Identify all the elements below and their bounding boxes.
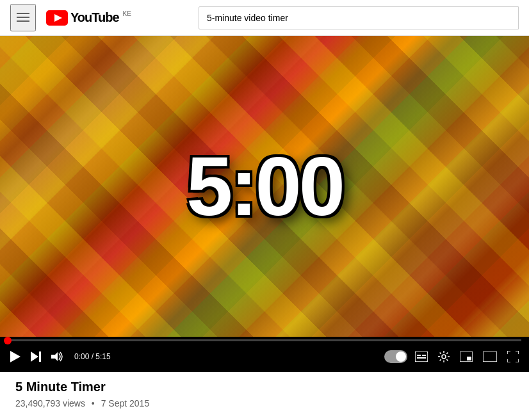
country-badge: KE	[123, 10, 131, 17]
volume-button[interactable]	[49, 349, 67, 364]
youtube-logo[interactable]: YouTube KE	[46, 10, 131, 26]
upload-date: 7 Sept 2015	[101, 398, 150, 408]
miniplayer-button[interactable]	[457, 349, 475, 364]
svg-marker-5	[10, 351, 20, 362]
svg-rect-11	[422, 355, 426, 356]
svg-rect-15	[467, 357, 471, 360]
video-meta: 23,490,793 views • 7 Sept 2015	[15, 398, 514, 408]
logo-area[interactable]: YouTube KE	[46, 10, 131, 26]
menu-button[interactable]	[10, 4, 36, 31]
svg-rect-0	[17, 13, 29, 14]
search-bar	[199, 6, 519, 29]
video-player[interactable]: 5:00 0:00 / 5:15	[0, 36, 529, 372]
fullscreen-button[interactable]	[505, 348, 521, 365]
right-controls	[384, 348, 521, 365]
video-controls: 0:00 / 5:15	[0, 341, 529, 372]
svg-rect-12	[417, 357, 426, 359]
time-display: 0:00 / 5:15	[74, 352, 111, 361]
svg-rect-2	[17, 20, 29, 22]
view-count: 23,490,793 views	[15, 398, 85, 408]
subtitles-button[interactable]	[412, 349, 430, 364]
progress-bar[interactable]	[8, 339, 521, 341]
video-thumbnail[interactable]: 5:00	[0, 36, 529, 337]
search-input[interactable]	[199, 6, 519, 29]
youtube-icon	[46, 10, 68, 26]
svg-marker-8	[51, 352, 58, 361]
timer-display: 5:00	[186, 138, 343, 234]
svg-rect-1	[17, 17, 29, 18]
meta-separator: •	[92, 398, 95, 408]
svg-rect-9	[415, 351, 428, 362]
settings-button[interactable]	[435, 348, 452, 365]
video-title: 5 Minute Timer	[15, 380, 514, 394]
theater-button[interactable]	[480, 349, 500, 364]
logo-text: YouTube	[70, 10, 119, 25]
autoplay-toggle[interactable]	[384, 350, 407, 363]
svg-rect-16	[483, 351, 497, 362]
play-button[interactable]	[8, 348, 23, 365]
svg-marker-6	[31, 351, 38, 362]
svg-point-13	[442, 355, 446, 359]
video-info: 5 Minute Timer 23,490,793 views • 7 Sept…	[0, 372, 529, 420]
next-button[interactable]	[28, 349, 44, 364]
svg-rect-7	[39, 351, 41, 362]
progress-dot	[4, 337, 12, 344]
svg-rect-10	[417, 355, 421, 356]
site-header: YouTube KE	[0, 0, 529, 36]
